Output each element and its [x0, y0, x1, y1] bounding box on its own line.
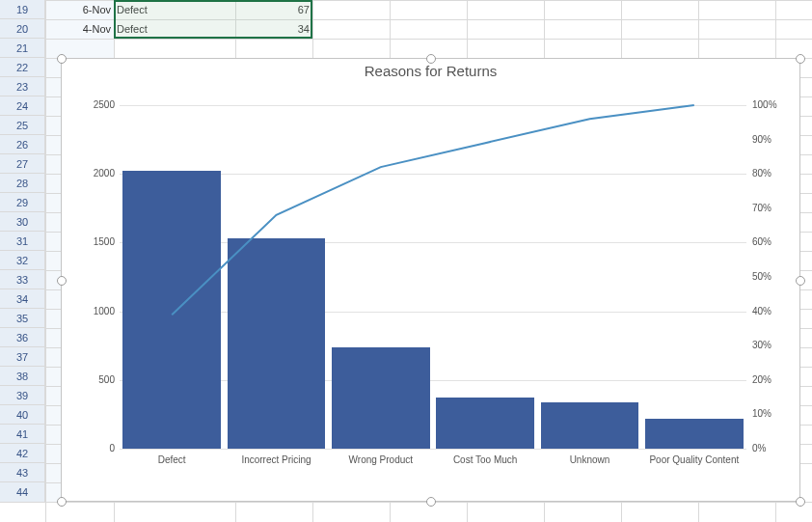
y-tick-label: 2500: [76, 99, 115, 110]
row-header[interactable]: 20: [0, 19, 45, 39]
row-header[interactable]: 21: [0, 39, 45, 58]
y-tick-label: 1500: [76, 236, 115, 247]
row-header[interactable]: 29: [0, 193, 45, 212]
chart-resize-handle-br[interactable]: [796, 497, 805, 507]
y2-tick-label: 30%: [752, 340, 787, 350]
y2-tick-label: 100%: [752, 99, 787, 110]
pareto-line: [120, 96, 746, 472]
row-header[interactable]: 30: [0, 212, 45, 232]
row-header[interactable]: 39: [0, 386, 45, 405]
y-tick-label: 2000: [76, 168, 115, 179]
row-header[interactable]: 34: [0, 289, 45, 309]
row-header[interactable]: 42: [0, 444, 45, 463]
row-header[interactable]: 41: [0, 425, 45, 444]
y2-tick-label: 20%: [752, 374, 787, 385]
cell-A20[interactable]: 4-Nov: [45, 19, 114, 39]
y-tick-label: 0: [76, 443, 115, 453]
y2-tick-label: 90%: [752, 134, 787, 145]
y2-tick-label: 40%: [752, 306, 787, 316]
cell-C20[interactable]: 34: [235, 19, 312, 39]
chart-resize-handle-bl[interactable]: [57, 497, 67, 507]
row-header[interactable]: 27: [0, 154, 45, 174]
row-header[interactable]: 23: [0, 77, 45, 96]
row-header[interactable]: 43: [0, 463, 45, 482]
chart-resize-handle-b[interactable]: [426, 497, 436, 507]
row-header[interactable]: 22: [0, 58, 45, 77]
row-header[interactable]: 35: [0, 309, 45, 328]
chart-plot-area: 050010001500200025000%10%20%30%40%50%60%…: [120, 96, 746, 472]
row-header[interactable]: 31: [0, 232, 45, 251]
y-tick-label: 1000: [76, 306, 115, 316]
row-header[interactable]: 44: [0, 482, 45, 503]
y2-tick-label: 80%: [752, 168, 787, 179]
row-header[interactable]: 32: [0, 251, 45, 270]
row-headers: 1920212223242526272829303132333435363738…: [0, 0, 45, 503]
chart-title[interactable]: Reasons for Returns: [62, 63, 799, 79]
row-header[interactable]: 25: [0, 116, 45, 135]
chart-resize-handle-l[interactable]: [57, 276, 67, 286]
embedded-chart-object[interactable]: Reasons for Returns 05001000150020002500…: [61, 58, 800, 502]
row-header[interactable]: 40: [0, 405, 45, 425]
spreadsheet-area: 1920212223242526272829303132333435363738…: [0, 0, 812, 522]
y2-tick-label: 50%: [752, 271, 787, 282]
row-header[interactable]: 26: [0, 135, 45, 154]
y2-tick-label: 0%: [752, 443, 787, 453]
y-tick-label: 500: [76, 374, 115, 385]
row-header[interactable]: 37: [0, 347, 45, 367]
row-header[interactable]: 24: [0, 96, 45, 116]
row-header[interactable]: 33: [0, 270, 45, 289]
row-header[interactable]: 28: [0, 174, 45, 193]
row-header[interactable]: 19: [0, 0, 45, 19]
cell-B20[interactable]: Defect: [114, 19, 235, 39]
cell-B19[interactable]: Defect: [114, 0, 235, 19]
row-header[interactable]: 38: [0, 367, 45, 386]
y2-tick-label: 10%: [752, 408, 787, 419]
chart-resize-handle-r[interactable]: [796, 276, 805, 286]
cell-C19[interactable]: 67: [235, 0, 312, 19]
y2-tick-label: 60%: [752, 236, 787, 247]
cell-A19[interactable]: 6-Nov: [45, 0, 114, 19]
y2-tick-label: 70%: [752, 203, 787, 213]
row-header[interactable]: 36: [0, 328, 45, 347]
